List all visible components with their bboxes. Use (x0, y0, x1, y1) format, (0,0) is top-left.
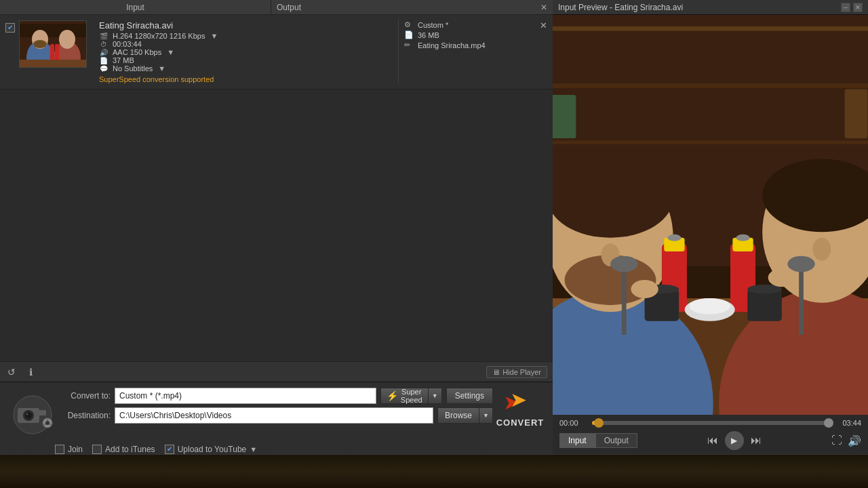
subtitle-icon: 💬 (99, 65, 108, 73)
output-format-icon: ⚙ (404, 20, 414, 29)
youtube-checkbox[interactable]: ✔ Upload to YouTube ▼ (165, 445, 258, 454)
subtitle-dropdown[interactable]: ▼ (158, 64, 165, 73)
superspeed-dropdown[interactable]: ▼ (429, 388, 442, 404)
fast-forward-button[interactable]: ⏭ (751, 434, 762, 447)
svg-rect-1 (20, 24, 86, 37)
browse-dropdown[interactable]: ▼ (479, 407, 493, 424)
input-file-section: ✔ (5, 20, 393, 83)
destination-row: Destination: C:\Users\Chris\Desktop\Vide… (60, 407, 493, 424)
playback-buttons: ⏮ ▶ ⏭ (707, 431, 762, 450)
monitor-icon: 🖥 (492, 368, 500, 376)
superspeed-button-group: ⚡ SuperSpeed ▼ (380, 388, 442, 404)
svg-rect-55 (799, 266, 804, 335)
file-checkbox[interactable]: ✔ (5, 23, 15, 33)
play-button[interactable]: ▶ (725, 431, 744, 450)
svg-point-63 (631, 280, 658, 298)
progress-bar[interactable] (592, 421, 829, 425)
svg-point-46 (812, 238, 831, 261)
output-file-close[interactable]: ✕ (540, 20, 547, 30)
refresh-icon[interactable]: ↺ (5, 366, 18, 378)
svg-rect-9 (20, 60, 86, 68)
svg-point-19 (50, 424, 52, 426)
preview-title: Input Preview - Eating Sriracha.avi (558, 3, 683, 12)
hide-player-label: Hide Player (502, 368, 541, 376)
superspeed-icon: ⚡ (387, 390, 398, 401)
controls-row: Input Output ⏮ ▶ ⏭ ⛶ 🔊 (559, 431, 861, 450)
progress-end-handle[interactable] (824, 418, 833, 428)
settings-button[interactable]: Settings (446, 388, 493, 404)
svg-rect-28 (553, 95, 576, 138)
audio-row: 🔊 AAC 150 Kbps ▼ (99, 48, 393, 56)
duration-row: ⏱ 00:03:44 (99, 40, 393, 48)
youtube-check-mark: ✔ (167, 446, 172, 453)
film-icon: 🎬 (99, 33, 108, 40)
checkboxes-section: Join Add to iTunes ✔ Upload to YouTube ▼ (0, 445, 553, 454)
svg-rect-29 (845, 89, 868, 138)
preview-close-button[interactable]: ✕ (853, 3, 863, 12)
time-bar: 00:00 03:44 (559, 419, 861, 427)
subtitle-row: 💬 No Subtitles ▼ (99, 64, 393, 73)
itunes-checkbox[interactable]: Add to iTunes (92, 445, 155, 454)
taskbar (0, 454, 868, 488)
svg-rect-53 (622, 266, 627, 335)
input-output-toggle: Input Output (559, 433, 637, 448)
join-checkbox-box[interactable] (55, 445, 64, 454)
thumbnail-svg (20, 20, 86, 68)
join-label: Join (68, 445, 83, 454)
video-codec: H.264 868x488 1216 Kbps (113, 32, 205, 40)
join-checkbox[interactable]: Join (55, 445, 83, 454)
preview-output-button[interactable]: Output (595, 433, 637, 448)
volume-button[interactable]: 🔊 (848, 434, 861, 447)
svg-point-54 (610, 256, 637, 272)
info-icon[interactable]: ℹ (24, 366, 37, 378)
video-dropdown[interactable]: ▼ (210, 32, 218, 40)
svg-rect-7 (50, 44, 54, 61)
clock-icon: ⏱ (99, 41, 108, 48)
file-thumbnail (19, 20, 87, 68)
browse-button[interactable]: Browse (437, 407, 479, 424)
output-size: 36 MB (418, 31, 439, 39)
destination-input[interactable]: C:\Users\Chris\Desktop\Videos (115, 407, 433, 424)
fullscreen-button[interactable]: ⛶ (831, 434, 842, 447)
svg-point-20 (44, 424, 46, 426)
destination-label: Destination: (60, 411, 111, 420)
superspeed-button[interactable]: ⚡ SuperSpeed (380, 388, 429, 404)
output-name-row: ✏ Eating Sriracha.mp4 (404, 41, 547, 49)
convert-button[interactable]: ➤ ➤ CONVERT (493, 388, 547, 442)
app-logo (12, 394, 53, 435)
progress-handle[interactable] (594, 418, 604, 428)
preview-video (553, 15, 868, 415)
file-row: ✔ (0, 15, 553, 89)
preview-panel: Input Preview - Eating Sriracha.avi ─ ✕ (553, 0, 868, 454)
output-format: Custom * (418, 21, 448, 29)
convert-to-input[interactable]: Custom * (*.mp4) (115, 388, 376, 404)
file-check-box[interactable]: ✔ (5, 23, 15, 33)
panel-header: Input Output ✕ (0, 0, 553, 15)
subtitles: No Subtitles (113, 64, 153, 73)
svg-rect-59 (747, 289, 782, 321)
right-control-buttons: ⛶ 🔊 (831, 434, 861, 447)
drop-area (0, 89, 553, 361)
svg-point-49 (667, 235, 681, 241)
output-tab: Output ✕ (271, 0, 553, 14)
input-tab[interactable]: Input (0, 0, 271, 14)
preview-minimize-button[interactable]: ─ (841, 3, 850, 12)
file-name: Eating Sriracha.avi (99, 20, 393, 30)
output-format-row: ⚙ Custom * (404, 20, 547, 29)
svg-point-4 (33, 40, 47, 48)
youtube-dropdown[interactable]: ▼ (250, 445, 257, 453)
video-frame (553, 15, 868, 415)
rewind-button[interactable]: ⏮ (707, 434, 718, 447)
output-size-row: 📄 36 MB (404, 30, 547, 39)
output-close-icon[interactable]: ✕ (540, 3, 547, 12)
superspeed-label: SuperSpeed conversion supported (99, 75, 393, 83)
audio-dropdown[interactable]: ▼ (167, 48, 174, 56)
youtube-checkbox-box[interactable]: ✔ (165, 445, 174, 454)
filesize-row: 📄 37 MB (99, 56, 393, 64)
output-filename: Eating Sriracha.mp4 (418, 41, 486, 49)
itunes-checkbox-box[interactable] (92, 445, 102, 454)
convert-to-label: Convert to: (60, 391, 111, 401)
audio-icon: 🔊 (99, 49, 108, 56)
preview-input-button[interactable]: Input (559, 433, 595, 448)
hide-player-button[interactable]: 🖥 Hide Player (486, 366, 547, 378)
